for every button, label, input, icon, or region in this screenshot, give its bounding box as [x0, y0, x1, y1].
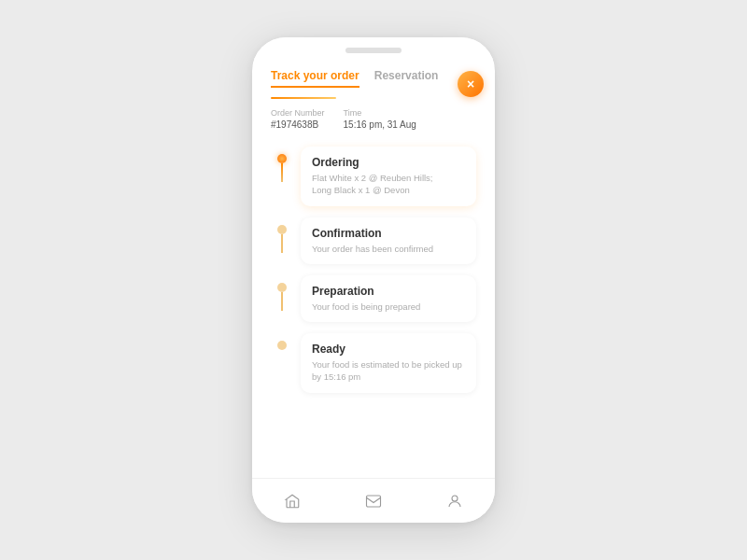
content-area: Track your order Reservation Order Numbe…: [252, 63, 495, 478]
timeline-card-confirmation: Confirmation Your order has been confirm…: [301, 217, 476, 264]
timeline-left-ordering: [271, 141, 293, 182]
timeline-left-ready: [271, 328, 293, 350]
bottom-navigation: [252, 478, 495, 523]
timeline-item-ordering: Ordering Flat White x 2 @ Reuben Hills;L…: [271, 141, 476, 212]
timeline-item-confirmation: Confirmation Your order has been confirm…: [271, 212, 476, 270]
time-field: Time 15:16 pm, 31 Aug: [344, 108, 416, 130]
timeline-line-3: [281, 292, 283, 311]
ready-title: Ready: [312, 343, 465, 356]
svg-point-1: [452, 496, 458, 501]
confirmation-desc: Your order has been confirmed: [312, 243, 465, 255]
close-icon: ×: [467, 77, 474, 91]
timeline-dot-ready: [277, 341, 287, 350]
tab-track-order[interactable]: Track your order: [271, 69, 359, 88]
timeline-card-ordering: Ordering Flat White x 2 @ Reuben Hills;L…: [301, 147, 476, 206]
nav-home-button[interactable]: [281, 490, 303, 512]
confirmation-title: Confirmation: [312, 227, 465, 240]
order-timeline: Ordering Flat White x 2 @ Reuben Hills;L…: [271, 141, 476, 399]
tab-accent: [271, 97, 336, 99]
phone-device: × Track your order Reservation Order Num…: [252, 37, 495, 523]
home-icon: [284, 493, 301, 510]
tab-reservation[interactable]: Reservation: [374, 69, 439, 88]
timeline-dot-preparation: [277, 283, 287, 292]
timeline-line-2: [281, 234, 283, 253]
time-value: 15:16 pm, 31 Aug: [344, 119, 416, 130]
timeline-left-confirmation: [271, 212, 293, 253]
timeline-card-ready: Ready Your food is estimated to be picke…: [301, 333, 476, 393]
close-button[interactable]: ×: [458, 71, 484, 97]
ordering-title: Ordering: [312, 156, 465, 169]
order-number-field: Order Number #1974638B: [271, 108, 325, 130]
order-number-value: #1974638B: [271, 119, 325, 130]
user-icon: [446, 493, 463, 510]
timeline-line-1: [281, 163, 283, 182]
preparation-desc: Your food is being prepared: [312, 301, 465, 313]
timeline-left-preparation: [271, 270, 293, 311]
timeline-dot-confirmation: [277, 225, 287, 234]
timeline-item-preparation: Preparation Your food is being prepared: [271, 270, 476, 328]
timeline-item-ready: Ready Your food is estimated to be picke…: [271, 328, 476, 399]
ordering-desc: Flat White x 2 @ Reuben Hills;Long Black…: [312, 172, 465, 197]
tab-bar: Track your order Reservation: [271, 63, 476, 88]
phone-top-bar: [252, 37, 495, 63]
timeline-dot-ordering: [277, 154, 287, 163]
order-info: Order Number #1974638B Time 15:16 pm, 31…: [271, 108, 476, 130]
order-number-label: Order Number: [271, 108, 325, 118]
preparation-title: Preparation: [312, 285, 465, 298]
mail-icon: [365, 493, 382, 510]
timeline-card-preparation: Preparation Your food is being prepared: [301, 275, 476, 322]
phone-screen: × Track your order Reservation Order Num…: [252, 37, 495, 523]
nav-mail-button[interactable]: [362, 490, 385, 512]
ready-desc: Your food is estimated to be picked up b…: [312, 358, 465, 384]
time-label: Time: [344, 108, 416, 118]
phone-notch: [345, 48, 402, 53]
svg-rect-0: [366, 496, 380, 507]
nav-user-button[interactable]: [444, 490, 466, 512]
